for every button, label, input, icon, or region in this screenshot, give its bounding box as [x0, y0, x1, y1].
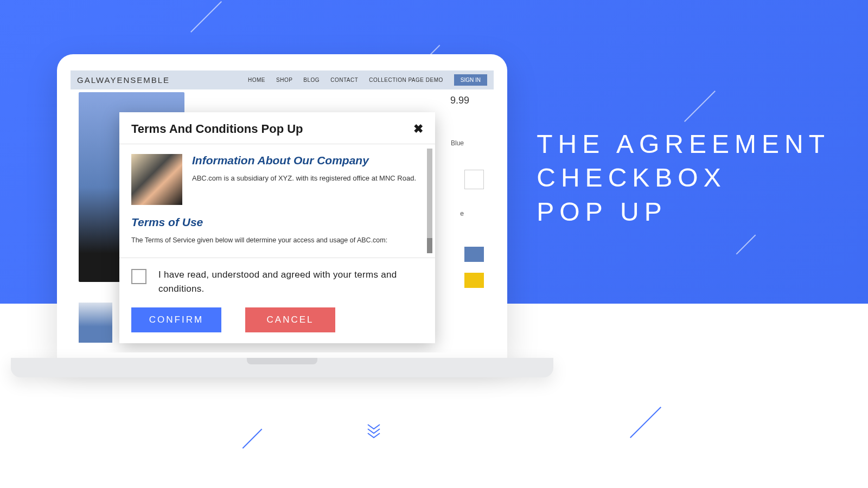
nav-links: HOME SHOP BLOG CONTACT COLLECTION PAGE D…	[248, 74, 487, 86]
laptop-screen: GALWAYENSEMBLE HOME SHOP BLOG CONTACT CO…	[57, 54, 507, 358]
scrollbar[interactable]	[427, 149, 432, 253]
company-section: Information About Our Company ABC.com is…	[131, 154, 423, 205]
color-swatch[interactable]	[464, 170, 484, 189]
agree-row: I have read, understood and agreed with …	[131, 268, 423, 296]
terms-section: Terms of Use The Terms of Service given …	[131, 216, 423, 244]
logo-thin: ENSEMBLE	[117, 75, 170, 85]
terms-heading: Terms of Use	[131, 216, 423, 229]
hero-heading: THE AGREEMENT CHECKBOX POP UP	[537, 127, 830, 229]
laptop-base	[11, 358, 553, 377]
terms-body: The Terms of Service given below will de…	[131, 236, 423, 244]
company-info: Information About Our Company ABC.com is…	[192, 154, 416, 205]
modal-body: Information About Our Company ABC.com is…	[119, 144, 435, 258]
modal-header: Terms And Conditions Pop Up ✖	[119, 112, 435, 144]
agree-text: I have read, understood and agreed with …	[158, 268, 423, 296]
confirm-button[interactable]: CONFIRM	[131, 307, 221, 332]
color-option-yellow[interactable]	[464, 273, 484, 288]
modal-title: Terms And Conditions Pop Up	[131, 122, 303, 136]
cancel-button[interactable]: CANCEL	[245, 307, 335, 332]
nav-shop[interactable]: SHOP	[276, 77, 292, 83]
chevron-down-icon	[367, 432, 381, 438]
site-logo[interactable]: GALWAYENSEMBLE	[77, 75, 170, 85]
close-icon[interactable]: ✖	[413, 122, 423, 136]
laptop-mockup: GALWAYENSEMBLE HOME SHOP BLOG CONTACT CO…	[11, 54, 553, 377]
scroll-down-indicator[interactable]	[367, 423, 381, 436]
terms-modal: Terms And Conditions Pop Up ✖ Informatio…	[119, 112, 435, 343]
nav-blog[interactable]: BLOG	[303, 77, 320, 83]
company-image	[131, 154, 182, 205]
company-body: ABC.com is a subsidiary of XYZ. with its…	[192, 174, 416, 183]
product-variant-letter: e	[460, 210, 464, 217]
logo-bold: GALWAY	[77, 75, 117, 85]
color-option-blue[interactable]	[464, 247, 484, 262]
nav-home[interactable]: HOME	[248, 77, 265, 83]
browser-viewport: GALWAYENSEMBLE HOME SHOP BLOG CONTACT CO…	[71, 70, 494, 352]
site-header: GALWAYENSEMBLE HOME SHOP BLOG CONTACT CO…	[71, 70, 494, 89]
hero-line-1: THE AGREEMENT	[537, 127, 830, 161]
agree-checkbox[interactable]	[131, 269, 146, 284]
nav-collection[interactable]: COLLECTION PAGE DEMO	[369, 77, 443, 83]
company-heading: Information About Our Company	[192, 154, 416, 167]
signin-button[interactable]: SIGN IN	[454, 74, 487, 86]
product-price: 9.99	[450, 95, 469, 106]
laptop-notch	[247, 358, 317, 364]
modal-buttons: CONFIRM CANCEL	[131, 307, 423, 332]
thumbnail[interactable]	[79, 303, 112, 343]
modal-footer: I have read, understood and agreed with …	[119, 258, 435, 343]
product-page: 9.99 Blue e Terms And Conditions Pop Up	[71, 89, 494, 352]
product-color-label: Blue	[451, 139, 464, 147]
hero-line-2: CHECKBOX	[537, 161, 830, 195]
nav-contact[interactable]: CONTACT	[330, 77, 358, 83]
hero-line-3: POP UP	[537, 195, 830, 229]
